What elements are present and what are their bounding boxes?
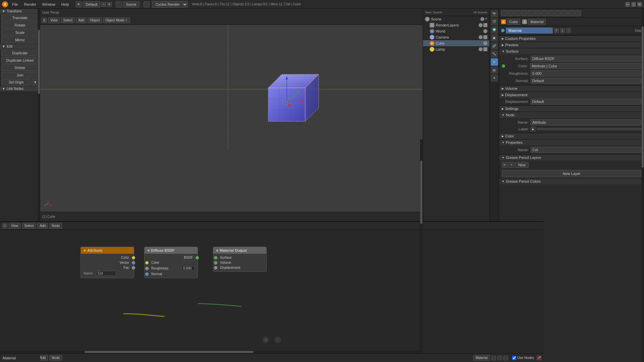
rotate-btn[interactable]: Rotate: [1, 22, 39, 28]
duplicate-btn[interactable]: Duplicate: [1, 50, 39, 56]
diff-normal-socket[interactable]: [145, 273, 149, 276]
props-modifier-btn[interactable]: 🔧: [491, 50, 498, 58]
ne-add-btn[interactable]: Add: [37, 223, 48, 229]
ne-mode-selector[interactable]: Material: [473, 355, 490, 361]
props-h-icon12[interactable]: [575, 10, 581, 16]
use-nodes-checkbox[interactable]: [512, 356, 516, 360]
attr-vector-socket[interactable]: [132, 261, 135, 264]
cube-item[interactable]: ▣ Cube: [423, 40, 489, 46]
material-output-node[interactable]: ◆ Material Output Surface Volume Displac…: [213, 247, 267, 272]
props-h-icon11[interactable]: [568, 10, 574, 16]
normal-value[interactable]: Default: [531, 78, 641, 84]
props-texture-btn[interactable]: ▤: [491, 66, 498, 74]
lamp-visibility[interactable]: [479, 47, 483, 51]
scale-btn[interactable]: Scale: [1, 29, 39, 36]
props-object-btn[interactable]: ▣: [491, 34, 498, 42]
menu-file[interactable]: File: [9, 2, 21, 7]
lamp-item[interactable]: ☀ Lamp: [423, 46, 489, 52]
right-scrollbar-thumb[interactable]: [642, 26, 644, 168]
node-editor-menu-icon[interactable]: ☰: [2, 223, 7, 229]
ne-mode-browse[interactable]: [491, 356, 496, 360]
settings-section[interactable]: ▶ Settings: [499, 105, 644, 112]
properties-subsection[interactable]: ▼ Properties: [499, 139, 644, 145]
roughness-value[interactable]: 0.000: [531, 70, 641, 76]
props-constraint-btn[interactable]: 🔗: [491, 42, 498, 50]
props-h-icon6[interactable]: [535, 10, 541, 16]
left-scrollbar-thumb[interactable]: [38, 30, 40, 94]
outliner-search-btn[interactable]: Search: [433, 11, 442, 14]
transform-section[interactable]: ▼ Transform: [0, 9, 40, 14]
node-v-scrollbar-thumb[interactable]: [420, 161, 422, 224]
cube-visibility[interactable]: [483, 41, 487, 45]
view-btn[interactable]: View: [48, 17, 60, 23]
color-section[interactable]: ▶ Color: [499, 133, 644, 139]
join-btn[interactable]: Join: [1, 72, 39, 78]
delete-btn[interactable]: Delete: [1, 64, 39, 71]
menu-render[interactable]: Render: [21, 2, 39, 7]
ne-select-btn[interactable]: Select: [22, 223, 36, 229]
color-value[interactable]: Attribute | Color: [530, 63, 641, 69]
diff-color-in-socket[interactable]: [145, 261, 149, 264]
ne-view-btn[interactable]: View: [9, 223, 21, 229]
ne-footer-node[interactable]: Node: [49, 355, 62, 361]
material-name-header[interactable]: Material: [528, 19, 546, 25]
mat-user-btn[interactable]: 1: [560, 28, 565, 33]
mirror-btn[interactable]: Mirror: [1, 37, 39, 43]
gp-layers-section[interactable]: ▼ Grease Pencil Layers: [499, 154, 644, 161]
volume-section[interactable]: ▶ Volume: [499, 85, 644, 92]
diff-rough-input[interactable]: [181, 266, 195, 271]
world-visibility[interactable]: [483, 29, 487, 33]
node-section[interactable]: ▼ Node: [499, 112, 644, 118]
diffuse-bsdf-node[interactable]: ◆ Diffuse BSDF BSDF Color Roughness:: [144, 247, 198, 278]
renderlayers-item[interactable]: R RenderLayers: [423, 22, 489, 28]
gp-new-btn[interactable]: New: [515, 162, 529, 168]
maximize-btn[interactable]: □: [631, 2, 636, 7]
world-item[interactable]: W World: [423, 28, 489, 34]
gp-add-icon[interactable]: +: [508, 162, 515, 168]
ne-mode-remove[interactable]: [503, 356, 508, 360]
surface-section-header[interactable]: ▼ Surface: [499, 48, 644, 54]
node-prop-name-value[interactable]: Col: [531, 147, 641, 153]
gp-new-layer-btn[interactable]: New Layer: [502, 170, 641, 177]
displacement-section[interactable]: ▶ Displacement: [499, 92, 644, 98]
engine-selector[interactable]: Cycles Render: [152, 1, 188, 8]
diff-rough-socket[interactable]: [145, 267, 149, 270]
mat-browse-btn[interactable]: F: [554, 28, 559, 33]
outliner-view-btn[interactable]: View: [425, 11, 431, 14]
camera-item[interactable]: C Camera: [423, 34, 489, 40]
rl-visibility[interactable]: [479, 23, 483, 27]
set-origin-btn[interactable]: Set Origin: [1, 79, 31, 85]
diff-bsdf-socket[interactable]: [196, 256, 199, 259]
cam-visibility[interactable]: [479, 35, 483, 39]
ne-node-btn[interactable]: Node: [49, 223, 62, 229]
props-h-icon4[interactable]: [521, 10, 527, 16]
scene-name[interactable]: Scene: [123, 1, 139, 7]
props-h-icon10[interactable]: [561, 10, 568, 16]
scene-item[interactable]: S Scene ⊞: [423, 16, 489, 22]
displacement-value[interactable]: Default: [531, 99, 641, 105]
custom-properties-section[interactable]: ▶ Custom Properties: [499, 35, 644, 42]
props-h-icon9[interactable]: [555, 10, 561, 16]
object-btn[interactable]: Object: [88, 17, 102, 23]
preview-section[interactable]: ▶ Preview: [499, 42, 644, 48]
menu-help[interactable]: Help: [59, 2, 72, 7]
edit-section[interactable]: ▼ Edit: [0, 44, 40, 49]
attr-fac-socket[interactable]: [132, 266, 135, 269]
props-particles-btn[interactable]: ✦: [491, 74, 498, 82]
mo-surface-socket[interactable]: [214, 256, 217, 259]
gp-colors-section[interactable]: ▼ Grease Pencil Colors: [499, 178, 644, 184]
layout-remove[interactable]: ✕: [107, 2, 112, 7]
layout-name[interactable]: Default: [83, 1, 101, 7]
close-btn[interactable]: ✕: [637, 2, 642, 7]
props-world-btn[interactable]: 🌍: [491, 26, 498, 34]
mat-remove-btn[interactable]: ✕: [566, 28, 571, 33]
node-canvas[interactable]: ◆ Attribute Color Vector Fac Name:: [0, 230, 543, 353]
scene-visibility[interactable]: [480, 17, 484, 21]
node-h-scrollbar-thumb[interactable]: [85, 351, 254, 353]
props-h-icon2[interactable]: [508, 10, 514, 16]
object-name[interactable]: Cube: [507, 19, 520, 25]
material-name-input[interactable]: [506, 27, 553, 34]
mo-displacement-socket[interactable]: [214, 266, 217, 269]
surface-type-value[interactable]: Diffuse BSDF: [531, 56, 641, 62]
props-h-icon8[interactable]: [548, 10, 554, 16]
